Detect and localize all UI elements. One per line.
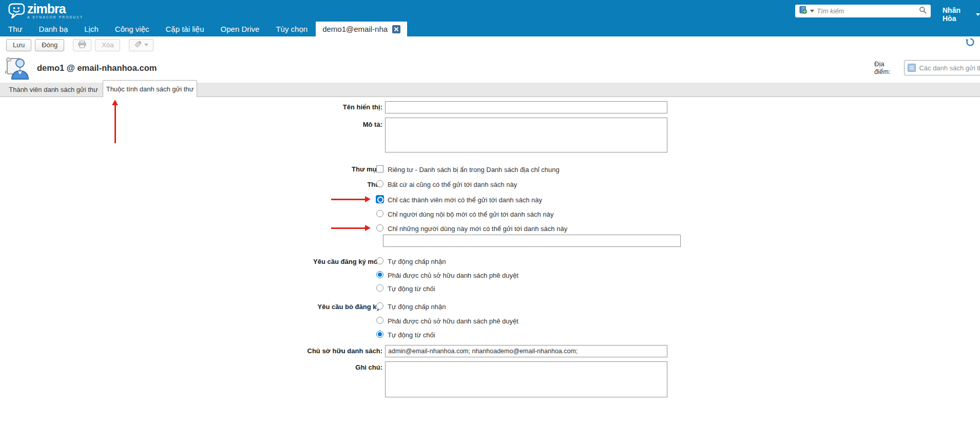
notes-label: Ghi chú: <box>218 363 382 371</box>
properties-form: Tên hiển thị: Mô tả: Thư mục: Riêng tư -… <box>0 97 980 441</box>
refresh-icon[interactable] <box>966 37 975 49</box>
nav-tab-distribution-list[interactable]: demo1@email-nha <box>316 22 407 36</box>
brand-tagline: A SYNACOR PRODUCT <box>27 15 83 19</box>
save-button[interactable]: Lưu <box>6 39 31 51</box>
location-picker[interactable]: Các danh sách gửi thư <box>904 60 980 75</box>
unsub-auto-reject-radio[interactable] <box>376 331 383 338</box>
user-menu-chevron-icon <box>976 13 980 16</box>
mail-option-these-users-radio[interactable] <box>376 224 383 232</box>
tab-properties[interactable]: Thuộc tính danh sách gửi thư <box>103 80 197 97</box>
distribution-list-icon <box>4 54 31 82</box>
folder-label: Thư mục: <box>218 165 382 173</box>
top-bar: zimbra A SYNACOR PRODUCT Nhân Hòa <box>0 0 980 22</box>
private-checkbox-label: Riêng tư - Danh sách bị ẩn trong Danh sá… <box>388 166 560 174</box>
brand-name: zimbra <box>27 2 83 15</box>
location-value: Các danh sách gửi thư <box>919 64 980 72</box>
delete-button[interactable]: Xóa <box>95 39 120 51</box>
newsub-owner-approval-radio[interactable] <box>376 271 383 278</box>
print-button[interactable] <box>73 39 91 51</box>
mail-option-anyone-label: Bất cứ ai cũng có thể gửi tới danh sách … <box>388 181 517 188</box>
zimbra-smiley-icon <box>7 2 25 22</box>
search-icon[interactable] <box>919 6 927 16</box>
unsub-auto-accept-radio[interactable] <box>376 302 383 310</box>
printer-icon <box>78 41 86 50</box>
close-button[interactable]: Đóng <box>35 39 64 51</box>
tag-icon <box>134 41 142 50</box>
user-menu[interactable]: Nhân Hòa <box>943 6 980 23</box>
annotation-arrow-up-icon <box>112 100 118 143</box>
mail-option-members-label: Chỉ các thành viên mới có thể gửi tới da… <box>388 196 542 204</box>
page-title: demo1 @ email-nhanhoa.com <box>37 63 157 73</box>
newsub-auto-accept-label: Tự động chấp nhận <box>388 258 446 265</box>
unsub-auto-reject-label: Tự động từ chối <box>388 331 435 339</box>
page-header: demo1 @ email-nhanhoa.com Địa điểm: Các … <box>0 53 980 83</box>
tag-chevron-icon <box>144 44 148 46</box>
mail-option-internal-radio[interactable] <box>376 210 383 217</box>
display-name-label: Tên hiển thị: <box>218 103 382 111</box>
nav-tab-label: demo1@email-nha <box>322 25 388 33</box>
newsub-auto-reject-label: Tự động từ chối <box>388 285 435 293</box>
description-label: Mô tả: <box>218 121 382 128</box>
newsub-auto-accept-radio[interactable] <box>376 257 383 264</box>
newsub-owner-approval-label: Phải được chủ sở hữu danh sách phê duyệt <box>388 272 518 279</box>
mail-option-members-radio[interactable] <box>376 195 384 203</box>
unsub-auto-accept-label: Tự động chấp nhận <box>388 303 446 311</box>
nav-item-open-drive[interactable]: Open Drive <box>213 22 268 36</box>
unsubscription-label: Yêu cầu bỏ đăng ký: <box>218 303 382 311</box>
mail-label: Thư: <box>218 181 382 188</box>
search-scope-icon[interactable] <box>799 6 808 16</box>
tab-members[interactable]: Thành viên danh sách gửi thư <box>0 83 107 97</box>
owners-label: Chủ sở hữu danh sách: <box>218 347 382 355</box>
mail-option-these-users-label: Chỉ những người dùng này mới có thể gửi … <box>388 225 567 233</box>
search-scope-chevron-icon[interactable] <box>810 10 814 12</box>
close-icon[interactable] <box>392 25 400 33</box>
nav-item-tasks[interactable]: Công việc <box>107 22 158 36</box>
zimbra-logo: zimbra A SYNACOR PRODUCT <box>7 2 83 22</box>
nav-item-mail[interactable]: Thư <box>0 22 31 36</box>
search-box <box>795 5 931 17</box>
nav-item-contacts[interactable]: Danh bạ <box>31 22 76 36</box>
unsub-owner-approval-label: Phải được chủ sở hữu danh sách phê duyệt <box>388 317 518 325</box>
notes-textarea[interactable] <box>385 361 667 397</box>
newsub-auto-reject-radio[interactable] <box>376 284 383 292</box>
new-subscription-label: Yêu cầu đăng ký mới: <box>218 258 382 265</box>
unsub-owner-approval-radio[interactable] <box>376 317 383 324</box>
allowed-users-input[interactable] <box>383 235 681 247</box>
distribution-lists-folder-icon <box>908 64 916 72</box>
description-textarea[interactable] <box>385 118 667 152</box>
location-label: Địa điểm: <box>874 60 900 75</box>
location-field: Địa điểm: Các danh sách gửi thư <box>874 60 980 75</box>
private-checkbox[interactable] <box>376 165 383 172</box>
search-input[interactable] <box>817 7 916 15</box>
user-name: Nhân Hòa <box>943 6 972 23</box>
tab-strip: Thành viên danh sách gửi thư Thuộc tính … <box>0 83 980 97</box>
display-name-input[interactable] <box>385 101 667 113</box>
owners-input[interactable] <box>385 345 667 357</box>
toolbar: Lưu Đóng Xóa <box>0 36 980 53</box>
mail-option-internal-label: Chỉ người dùng nội bộ mới có thể gửi tới… <box>388 210 553 218</box>
nav-item-preferences[interactable]: Tùy chọn <box>267 22 316 36</box>
nav-item-briefcase[interactable]: Cặp tài liệu <box>158 22 213 36</box>
app-nav-bar: Thư Danh bạ Lịch Công việc Cặp tài liệu … <box>0 22 980 36</box>
tag-button[interactable] <box>129 39 153 51</box>
nav-item-calendar[interactable]: Lịch <box>76 22 107 36</box>
mail-option-anyone-radio[interactable] <box>376 180 383 187</box>
